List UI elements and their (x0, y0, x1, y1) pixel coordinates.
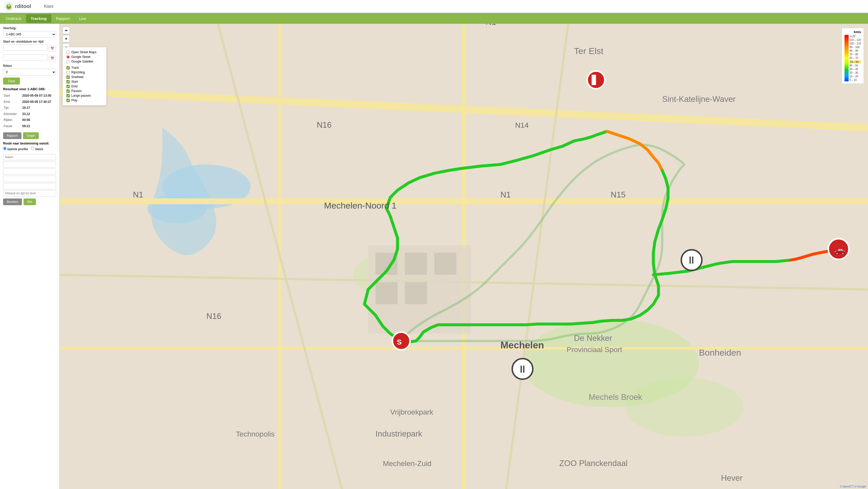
result-pause-label: Pause (4, 124, 22, 129)
app-logo: rditool (4, 2, 31, 11)
zoom-in-button[interactable]: + (63, 35, 70, 42)
start-option[interactable]: Start (66, 79, 102, 84)
date-start-calendar[interactable]: 📅 (49, 46, 56, 52)
pan-button[interactable]: ⇔ (63, 27, 70, 34)
main-content: Voertuig: 1-ABC-345 Start en -einddatum … (0, 24, 868, 489)
radio-laatste[interactable] (3, 147, 6, 150)
start-checkbox[interactable] (66, 80, 70, 84)
svg-text:N1: N1 (486, 24, 496, 27)
svg-text:N14: N14 (515, 121, 529, 129)
svg-text:Technopolis: Technopolis (236, 430, 275, 438)
date-end-input[interactable]: 2020-05-08 23:59 (3, 54, 48, 60)
svg-text:Industriepark: Industriepark (376, 429, 423, 438)
open-street-maps-radio[interactable] (66, 51, 70, 54)
radio-basis[interactable] (31, 147, 34, 150)
adres-input[interactable]: Boerenkrijgstraat 121 (3, 183, 56, 189)
nav-live[interactable]: Live (74, 14, 91, 23)
rapport-button[interactable]: Rapport (3, 132, 22, 139)
zoek-button[interactable]: Zoek (3, 78, 20, 85)
svg-rect-34 (592, 75, 596, 85)
play-option[interactable]: Play (66, 98, 102, 102)
stad-input[interactable]: Mechelen (3, 176, 56, 182)
rijrichting-checkbox[interactable] (66, 71, 70, 74)
wis-button[interactable]: Wis (24, 198, 36, 205)
svg-point-3 (7, 4, 10, 7)
pauses-checkbox[interactable] (66, 89, 70, 93)
graph-button[interactable]: Graph (23, 132, 39, 139)
svg-text:De Nekker: De Nekker (574, 334, 612, 343)
google-satelliet-radio[interactable] (66, 60, 70, 63)
map-background: N1 N1 N1 N16 N16 N15 N14 S (59, 24, 868, 489)
layer-menu: Open Street Maps Google Street Google Sa… (63, 47, 106, 105)
legend-title: km/u (844, 30, 861, 34)
nav-tracking[interactable]: Tracking (26, 14, 52, 23)
route-radio-group: laatste positie basis (3, 147, 56, 152)
eind-checkbox[interactable] (66, 85, 70, 88)
svg-rect-22 (376, 282, 398, 304)
svg-text:N1: N1 (133, 190, 144, 199)
svg-rect-23 (405, 282, 427, 304)
openict-link[interactable]: © OpenICT (840, 485, 853, 488)
snelheid-option[interactable]: Snelheid (66, 75, 102, 79)
lange-pauses-checkbox[interactable] (66, 94, 70, 97)
play-checkbox[interactable] (66, 99, 70, 102)
basemap-section: Open Street Maps Google Street Google Sa… (66, 50, 102, 64)
open-street-maps-option[interactable]: Open Street Maps (66, 50, 102, 55)
straat-input[interactable]: B (3, 161, 56, 167)
voertuig-label: Voertuig: (3, 26, 56, 30)
radio-laatste-label[interactable]: laatste positie (3, 147, 28, 151)
svg-text:N1: N1 (500, 190, 511, 199)
postcode-input[interactable]: 2800 (3, 169, 56, 175)
date-start-input[interactable]: 2020-05-08 00:00 (3, 44, 48, 51)
eind-option[interactable]: Eind (66, 84, 102, 89)
voertuig-select[interactable]: 1-ABC-345 (3, 31, 56, 38)
snelheid-checkbox[interactable] (66, 75, 70, 79)
google-satelliet-option[interactable]: Google Satelliet (66, 59, 102, 64)
radio-basis-label[interactable]: basis (31, 147, 43, 151)
result-km-row: Kilometer 33,12 (4, 112, 56, 117)
google-street-option[interactable]: Google Street (66, 55, 102, 59)
svg-text:⏸: ⏸ (518, 363, 528, 375)
result-start-label: Start (4, 93, 22, 99)
app-header: rditool Klant (0, 0, 868, 13)
route-title: Route naar bestemming vanuit: (3, 142, 56, 145)
result-km-label: Kilometer (4, 112, 22, 117)
pauses-option[interactable]: Pauses (66, 89, 102, 93)
nav-rapport[interactable]: Rapport (52, 14, 74, 23)
svg-text:🚗: 🚗 (834, 245, 845, 255)
speed-legend: km/u +120 110 – 120 100 – 110 90 – 100 8… (842, 28, 864, 84)
rijrichting-option[interactable]: Rijrichting (66, 70, 102, 75)
date-start-row: 2020-05-08 00:00 📅 (3, 44, 56, 53)
legend-gradient (844, 35, 848, 82)
track-option[interactable]: Track (66, 65, 102, 70)
result-start-row: Start 2020-05-08 07:13:50 (4, 93, 56, 99)
svg-text:ZOO Planckendaal: ZOO Planckendaal (559, 459, 627, 468)
route-buttons: Bereken Wis (3, 198, 56, 205)
google-street-radio[interactable] (66, 55, 70, 59)
lange-pauses-option[interactable]: Lange pauses (66, 93, 102, 98)
route-inputs: B 2800 Mechelen Boerenkrijgstraat 121 (3, 154, 56, 197)
ritten-select[interactable]: 0 (3, 69, 56, 75)
result-start-value: 2020-05-08 07:13:50 (22, 93, 56, 99)
action-buttons: Rapport Graph (3, 132, 56, 139)
naam-input[interactable] (3, 154, 56, 160)
result-title: Resultaat voor 1-ABC-345: (3, 87, 56, 91)
map-area[interactable]: N1 N1 N1 N16 N16 N15 N14 S (59, 24, 868, 489)
svg-text:Ter Elst: Ter Elst (574, 46, 603, 56)
svg-text:N16: N16 (207, 312, 221, 321)
result-eind-label: Eind (4, 99, 22, 105)
main-nav: Orditrack Tracking Rapport Live (0, 13, 868, 24)
header-title: Klant (44, 4, 53, 9)
date-end-calendar[interactable]: 📅 (49, 56, 56, 61)
nav-orditrack[interactable]: Orditrack (1, 14, 26, 23)
result-tijd-row: Tijd 10:17 (4, 105, 56, 111)
logo-icon (4, 2, 13, 11)
result-km-value: 33,12 (22, 112, 56, 117)
svg-text:S: S (397, 338, 402, 346)
track-checkbox[interactable] (66, 66, 70, 69)
afstand-input (3, 190, 56, 196)
google-link[interactable]: © Google (855, 485, 866, 488)
bereken-button[interactable]: Bereken (3, 198, 22, 205)
svg-text:N15: N15 (611, 190, 625, 199)
svg-rect-35 (596, 75, 600, 80)
